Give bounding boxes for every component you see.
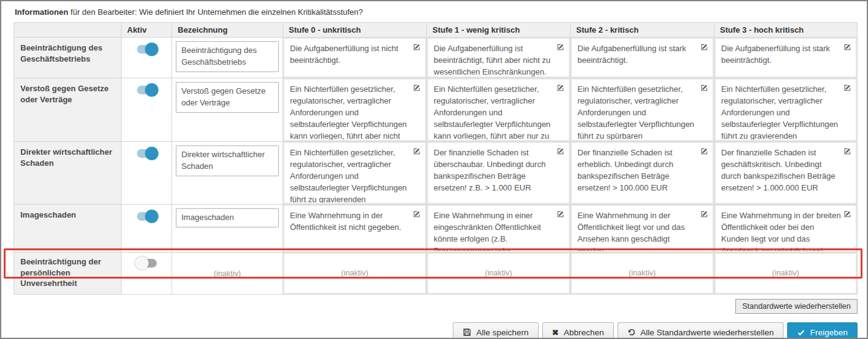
header-stufe0: Stufe 0 - unkritisch — [283, 23, 427, 38]
header-empty — [14, 23, 122, 38]
info-bar-bold: Informationen — [15, 7, 68, 17]
edit-icon[interactable] — [843, 210, 851, 221]
save-icon — [463, 328, 471, 337]
header-stufe3: Stufe 3 - hoch kritisch — [714, 23, 858, 38]
row-label: Direkter wirtschaftlicher Schaden — [14, 142, 122, 205]
active-toggle[interactable] — [137, 212, 157, 221]
stufe0-cell[interactable]: Die Aufgabenerfüllung ist nicht beeinträ… — [284, 39, 425, 76]
stufe1-cell[interactable]: Die Aufgabenerfüllung ist beeinträchtigt… — [428, 39, 569, 76]
cancel-icon: ✖ — [552, 329, 559, 337]
stufe0-text: Eine Wahrnehmung in der Öffentlichkeit i… — [290, 211, 401, 232]
edit-icon[interactable] — [556, 210, 564, 221]
stufe1-text: Der finanzielle Schaden ist überschaubar… — [434, 148, 545, 192]
header-stufe1: Stufe 1 - wenig kritisch — [427, 23, 571, 38]
toggle-knob — [145, 147, 159, 160]
active-toggle[interactable] — [137, 86, 157, 94]
stufe0-cell[interactable]: Ein Nichterfüllen gesetzlicher, regulato… — [284, 143, 425, 203]
stufe2-cell[interactable]: Der finanzielle Schaden ist erheblich. U… — [572, 143, 713, 203]
restore-defaults-button[interactable]: Standardwerte wiederherstellen — [735, 299, 858, 314]
inactive-stufe0: (inaktiv) — [341, 268, 368, 279]
edit-icon[interactable] — [700, 43, 708, 54]
active-toggle[interactable] — [137, 259, 157, 268]
stufe3-text: Der finanzielle Schaden ist geschäftskri… — [721, 148, 835, 192]
info-bar: Informationen für den Bearbeiter: Wie de… — [14, 6, 858, 22]
stufe2-cell[interactable]: Die Aufgabenerfüllung ist stark beeinträ… — [572, 39, 713, 76]
toggle-knob — [135, 256, 149, 270]
active-toggle[interactable] — [137, 149, 157, 158]
stufe3-cell[interactable]: Ein Nichterfüllen gesetzlicher, regulato… — [716, 80, 856, 140]
row-label: Beeinträchtigung der persönlichen Unvers… — [14, 253, 122, 295]
header-aktiv: Aktiv — [122, 23, 172, 38]
stufe1-text: Eine Wahrnehmung in einer eingeschränkte… — [434, 211, 542, 251]
stufe0-cell[interactable]: Ein Nichterfüllen gesetzlicher, regulato… — [284, 80, 425, 140]
table-header-row: Aktiv Bezeichnung Stufe 0 - unkritisch S… — [14, 23, 858, 38]
edit-icon[interactable] — [556, 43, 564, 54]
bezeichnung-input[interactable]: Beeinträchtigung des Geschäftsbetriebs — [176, 41, 279, 72]
stufe3-cell[interactable]: Die Aufgabenerfüllung ist stark beeinträ… — [716, 39, 856, 76]
bezeichnung-input[interactable]: Direkter wirtschaftlicher Schaden — [176, 145, 279, 176]
stufe2-text: Der finanzielle Schaden ist erheblich. U… — [577, 148, 673, 192]
edit-icon[interactable] — [843, 83, 851, 95]
stufe3-cell[interactable]: Eine Wahrnehmung in der breiten Öffentli… — [716, 206, 856, 251]
table-row: Beeinträchtigung des Geschäftsbetriebs B… — [14, 38, 858, 78]
info-bar-text: für den Bearbeiter: Wie definiert Ihr Un… — [68, 7, 363, 17]
stufe1-cell[interactable]: Der finanzielle Schaden ist überschaubar… — [428, 143, 569, 203]
bezeichnung-input[interactable]: Verstoß gegen Gesetze oder Verträge — [176, 82, 279, 113]
edit-icon[interactable] — [413, 43, 421, 54]
header-stufe2: Stufe 2 - kritisch — [571, 23, 714, 38]
row-label: Verstoß gegen Gesetze oder Verträge — [14, 78, 122, 142]
release-label: Freigeben — [810, 328, 848, 337]
undo-icon — [627, 329, 635, 337]
table-row: Imageschaden Imageschaden Eine Wahrnehmu… — [14, 205, 858, 253]
release-button[interactable]: Freigeben — [787, 322, 858, 339]
stufe3-text: Die Aufgabenerfüllung ist stark beeinträ… — [721, 44, 830, 65]
restore-all-defaults-label: Alle Standardwerte wiederherstellen — [640, 328, 774, 337]
toggle-knob — [145, 210, 159, 223]
toggle-knob — [145, 83, 159, 97]
save-all-button[interactable]: Alle speichern — [453, 322, 539, 339]
stufe2-cell[interactable]: Ein Nichterfüllen gesetzlicher, regulato… — [572, 80, 713, 140]
edit-icon[interactable] — [843, 147, 851, 158]
stufe3-cell[interactable]: Der finanzielle Schaden ist geschäftskri… — [716, 143, 856, 203]
stufe0-text: Ein Nichterfüllen gesetzlicher, regulato… — [290, 148, 407, 203]
stufe1-text: Die Aufgabenerfüllung ist beeinträchtigt… — [434, 44, 550, 76]
stufe2-text: Die Aufgabenerfüllung ist stark beeinträ… — [577, 44, 686, 65]
restore-all-defaults-button[interactable]: Alle Standardwerte wiederherstellen — [618, 322, 783, 339]
edit-icon[interactable] — [700, 147, 708, 158]
edit-icon[interactable] — [413, 147, 421, 158]
stufe0-cell[interactable]: Eine Wahrnehmung in der Öffentlichkeit i… — [284, 206, 425, 251]
check-icon — [797, 329, 805, 337]
edit-icon[interactable] — [556, 147, 564, 158]
inactive-stufe1: (inaktiv) — [485, 268, 512, 279]
stufe1-text: Ein Nichterfüllen gesetzlicher, regulato… — [434, 84, 550, 140]
bezeichnung-input[interactable]: Imageschaden — [176, 208, 279, 227]
stufe1-cell[interactable]: Ein Nichterfüllen gesetzlicher, regulato… — [428, 80, 569, 140]
stufe2-text: Ein Nichterfüllen gesetzlicher, regulato… — [577, 84, 694, 140]
active-toggle[interactable] — [137, 45, 157, 54]
stufe2-cell[interactable]: Eine Wahrnehmung in der Öffentlichkeit l… — [572, 206, 713, 251]
stufe3-text: Ein Nichterfüllen gesetzlicher, regulato… — [721, 84, 838, 140]
stufe2-text: Eine Wahrnehmung in der Öffentlichkeit l… — [577, 211, 685, 251]
edit-icon[interactable] — [556, 83, 564, 95]
edit-icon[interactable] — [843, 43, 851, 54]
stufe1-cell[interactable]: Eine Wahrnehmung in einer eingeschränkte… — [428, 206, 569, 251]
table-row: Direkter wirtschaftlicher Schaden Direkt… — [14, 142, 858, 205]
cancel-label: Abbrechen — [564, 328, 604, 337]
criticality-table: Aktiv Bezeichnung Stufe 0 - unkritisch S… — [14, 22, 858, 295]
stufe0-text: Die Aufgabenerfüllung ist nicht beeinträ… — [290, 44, 399, 65]
edit-icon[interactable] — [700, 83, 708, 95]
inactive-stufe2: (inaktiv) — [629, 268, 656, 279]
table-row-inactive: Beeinträchtigung der persönlichen Unvers… — [14, 253, 858, 295]
table-row: Verstoß gegen Gesetze oder Verträge Vers… — [14, 78, 858, 142]
stufe0-text: Ein Nichterfüllen gesetzlicher, regulato… — [290, 84, 407, 140]
edit-icon[interactable] — [413, 210, 421, 221]
inactive-stufe3: (inaktiv) — [772, 268, 800, 279]
row-label: Beeinträchtigung des Geschäftsbetriebs — [14, 38, 122, 78]
edit-icon[interactable] — [700, 210, 708, 221]
stufe3-text: Eine Wahrnehmung in der breiten Öffentli… — [721, 211, 841, 251]
cancel-button[interactable]: ✖ Abbrechen — [542, 322, 614, 339]
row-label: Imageschaden — [14, 205, 122, 253]
edit-icon[interactable] — [413, 83, 421, 95]
save-all-label: Alle speichern — [476, 328, 529, 337]
inactive-bezeichnung: (inaktiv) — [214, 269, 241, 278]
